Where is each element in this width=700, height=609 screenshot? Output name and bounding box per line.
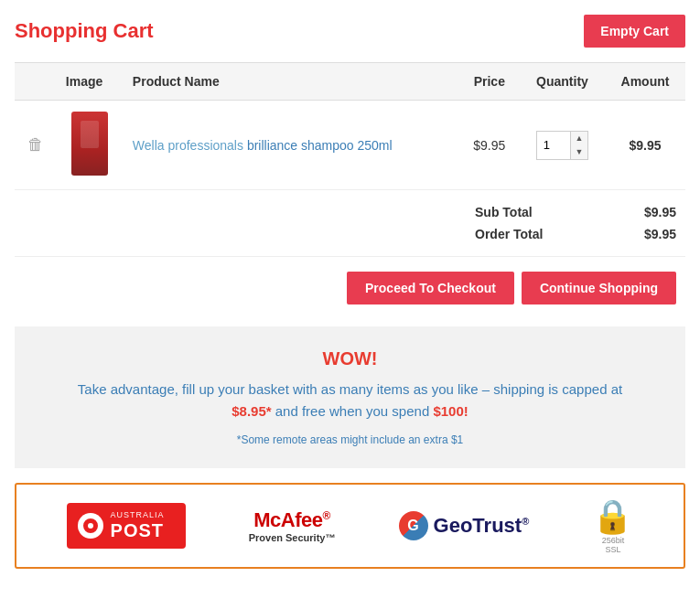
- australia-post-circle-icon: [78, 513, 103, 539]
- col-price: Price: [459, 63, 520, 101]
- geotrust-name-label: GeoTrust®: [434, 514, 530, 538]
- totals-table: Sub Total $9.95 Order Total $9.95: [475, 201, 676, 245]
- product-name-cell: Wella professionals brilliance shampoo 2…: [124, 101, 459, 190]
- promo-price2: $100!: [433, 403, 468, 419]
- delete-cell: 🗑: [15, 101, 57, 190]
- continue-shopping-button[interactable]: Continue Shopping: [522, 272, 676, 304]
- product-name-part2: brilliance shampoo 250ml: [247, 138, 393, 153]
- mcafee-subtitle-label: Proven Security™: [249, 532, 336, 543]
- cart-header: Shopping Cart Empty Cart: [15, 15, 685, 48]
- promo-main-text: Take advantage, fill up your basket with…: [33, 379, 667, 422]
- promo-line1: Take advantage, fill up your basket with…: [78, 381, 622, 397]
- quantity-arrows: ▲ ▼: [570, 132, 587, 159]
- price-cell: $9.95: [459, 101, 520, 190]
- page-wrapper: Shopping Cart Empty Cart Image Product N…: [0, 0, 700, 583]
- promo-banner: WOW! Take advantage, fill up your basket…: [15, 326, 685, 468]
- quantity-wrapper: ▲ ▼: [536, 131, 588, 160]
- product-image: [71, 112, 108, 176]
- australia-post-badge: AUSTRALIA POST: [67, 503, 186, 550]
- ssl-label: 256bitSSL: [592, 536, 633, 554]
- image-cell: [57, 101, 124, 190]
- australia-post-name-label: POST: [111, 519, 165, 541]
- mcafee-name-label: McAfee®: [253, 508, 330, 532]
- quantity-input[interactable]: [537, 132, 570, 159]
- trust-badges-section: AUSTRALIA POST McAfee® Proven Security™ …: [15, 483, 685, 569]
- promo-note: *Some remote areas might include an extr…: [33, 433, 667, 446]
- empty-cart-button[interactable]: Empty Cart: [584, 15, 685, 48]
- product-name-part1: Wella professionals: [133, 138, 247, 153]
- amount-cell: $9.95: [605, 101, 685, 190]
- col-image: Image: [57, 63, 124, 101]
- quantity-down-button[interactable]: ▼: [571, 145, 587, 159]
- col-delete: [15, 63, 57, 101]
- delete-icon[interactable]: 🗑: [27, 135, 44, 154]
- table-header-row: Image Product Name Price Quantity Amount: [15, 63, 685, 101]
- col-amount: Amount: [605, 63, 685, 101]
- lock-icon: 🔒: [592, 497, 633, 536]
- australia-post-country-label: AUSTRALIA: [111, 510, 165, 520]
- sub-total-label: Sub Total: [475, 205, 533, 219]
- order-total-label: Order Total: [475, 227, 543, 241]
- quantity-cell: ▲ ▼: [520, 101, 605, 190]
- col-product-name: Product Name: [124, 63, 459, 101]
- sub-total-value: $9.95: [644, 205, 676, 219]
- order-total-row: Order Total $9.95: [475, 223, 676, 245]
- geotrust-badge: G GeoTrust®: [399, 511, 530, 540]
- product-link[interactable]: Wella professionals brilliance shampoo 2…: [133, 138, 393, 153]
- action-buttons: Proceed To Checkout Continue Shopping: [15, 257, 685, 319]
- promo-price1: $8.95*: [232, 403, 271, 419]
- totals-section: Sub Total $9.95 Order Total $9.95: [15, 190, 685, 257]
- quantity-up-button[interactable]: ▲: [571, 132, 587, 145]
- cart-table: Image Product Name Price Quantity Amount…: [15, 62, 685, 190]
- col-quantity: Quantity: [520, 63, 605, 101]
- page-title: Shopping Cart: [15, 19, 154, 43]
- table-row: 🗑 Wella professionals brilliance shampoo…: [15, 101, 685, 190]
- geotrust-g-icon: G: [399, 511, 428, 540]
- ssl-lock-badge: 🔒 256bitSSL: [592, 497, 633, 554]
- order-total-value: $9.95: [644, 227, 676, 241]
- checkout-button[interactable]: Proceed To Checkout: [347, 272, 514, 304]
- mcafee-badge: McAfee® Proven Security™: [249, 508, 336, 543]
- promo-line2: and free when you spend: [272, 403, 434, 419]
- geotrust-logo-icon: G: [399, 511, 428, 540]
- promo-wow-text: WOW!: [33, 348, 667, 369]
- australia-post-text: AUSTRALIA POST: [111, 510, 165, 542]
- sub-total-row: Sub Total $9.95: [475, 201, 676, 223]
